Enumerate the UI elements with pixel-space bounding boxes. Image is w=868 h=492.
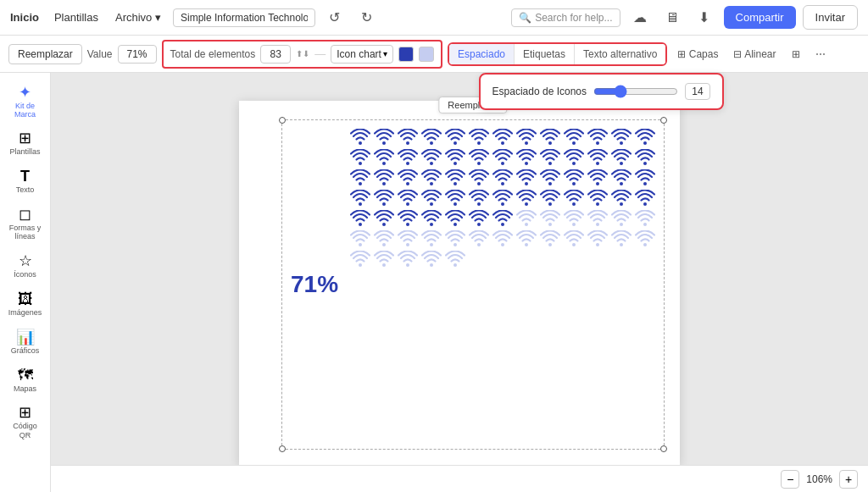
wifi-icon-cell: [398, 169, 418, 186]
svg-point-7: [525, 141, 528, 145]
svg-point-47: [548, 202, 552, 206]
wifi-icon-cell: [540, 169, 560, 186]
zoom-bar: − 106% +: [51, 465, 868, 492]
svg-point-62: [596, 223, 599, 226]
undo-button[interactable]: ↺: [322, 5, 348, 30]
wifi-icon-cell: [374, 190, 394, 207]
nav-archivo[interactable]: Archivo ▾: [110, 8, 166, 27]
tab-etiquetas[interactable]: Etiquetas: [515, 44, 575, 64]
svg-point-82: [453, 263, 457, 267]
wifi-icon-cell: [564, 230, 584, 247]
invite-button[interactable]: Invitar: [803, 5, 858, 30]
dots-button[interactable]: ⋯: [810, 45, 831, 64]
svg-point-41: [406, 202, 409, 206]
wifi-icon-cell: [635, 230, 655, 247]
wifi-icon-cell: [635, 190, 655, 207]
sidebar-item-formas[interactable]: ◻ Formas ylíneas: [3, 202, 47, 247]
value-input[interactable]: [118, 45, 157, 64]
svg-point-80: [406, 263, 409, 267]
sidebar-item-graficos[interactable]: 📊 Gráficos: [3, 324, 47, 361]
tab-espaciado[interactable]: Espaciado: [449, 44, 515, 64]
wifi-icon-cell: [421, 251, 442, 268]
wifi-icon-cell: [635, 169, 655, 186]
wifi-icon-cell: [587, 129, 608, 146]
nav-title-input[interactable]: [173, 8, 315, 27]
toolbar: Reemplazar Value Total de elementos ⬆⬇ —…: [0, 36, 868, 73]
canvas-area: Reemplazar 71%: [51, 73, 868, 492]
wifi-icon-cell: [374, 251, 394, 268]
sidebar-item-texto[interactable]: T Texto: [3, 163, 47, 200]
color-swatch-filled[interactable]: [398, 47, 414, 62]
wifi-icon-grid: [350, 129, 655, 440]
sidebar-item-codigo-qr[interactable]: ⊞ Código QR: [3, 400, 47, 445]
replace-button[interactable]: Reemplazar: [8, 44, 82, 64]
wifi-icon-cell: [516, 210, 537, 227]
zoom-minus-button[interactable]: −: [781, 470, 799, 489]
download-icon-btn[interactable]: ⬇: [692, 5, 717, 30]
alinear-button[interactable]: ⊟ Alinear: [728, 45, 781, 64]
svg-point-16: [430, 162, 433, 165]
svg-point-69: [453, 243, 457, 246]
wifi-icon-cell: [635, 210, 655, 227]
svg-point-26: [359, 182, 362, 185]
cloud-icon-btn[interactable]: ☁: [627, 5, 653, 30]
handle-br[interactable]: [660, 445, 667, 452]
svg-point-5: [477, 141, 481, 145]
sidebar-item-iconos[interactable]: ☆ Íconos: [3, 248, 47, 285]
texto-icon: T: [20, 169, 30, 184]
sidebar-item-imagenes[interactable]: 🖼 Imágenes: [3, 286, 47, 323]
wifi-icon-cell: [492, 149, 513, 166]
spacing-value-input[interactable]: [685, 83, 710, 100]
svg-point-31: [477, 182, 481, 185]
handle-tr[interactable]: [660, 117, 667, 124]
svg-point-17: [453, 162, 457, 165]
svg-point-45: [501, 202, 504, 206]
svg-point-15: [406, 162, 409, 165]
total-arrows[interactable]: ⬆⬇: [296, 49, 309, 58]
svg-point-0: [359, 141, 362, 145]
tab-group: Espaciado Etiquetas Texto alternativo: [448, 42, 667, 66]
wifi-icon-cell: [492, 210, 513, 227]
sidebar-item-mapas[interactable]: 🗺 Mapas: [3, 362, 47, 399]
svg-point-12: [643, 141, 647, 145]
nav-search[interactable]: 🔍 Search for help...: [511, 8, 620, 27]
svg-point-67: [406, 243, 409, 246]
wifi-icon-cell: [516, 230, 537, 247]
monitor-icon-btn[interactable]: 🖥: [659, 5, 685, 30]
svg-point-75: [596, 243, 599, 246]
sidebar-item-plantillas[interactable]: ⊞ Plantillas: [3, 125, 47, 162]
capas-button[interactable]: ⊞ Capas: [672, 45, 723, 64]
share-button[interactable]: Compartir: [724, 6, 796, 29]
color-swatch-empty[interactable]: [419, 47, 434, 62]
nav-inicio[interactable]: Inicio: [10, 11, 39, 24]
svg-point-14: [382, 162, 386, 165]
total-value-input[interactable]: [260, 45, 291, 64]
wifi-icon-cell: [492, 230, 513, 247]
zoom-plus-button[interactable]: +: [839, 470, 858, 489]
handle-bl[interactable]: [279, 445, 286, 452]
spacing-slider[interactable]: [593, 85, 678, 98]
icon-chart-select[interactable]: Icon chart ▾: [331, 45, 393, 64]
svg-point-50: [620, 202, 623, 206]
wifi-icon-cell: [587, 190, 608, 207]
wifi-icon-cell: [374, 149, 394, 166]
icon-chart-label: Icon chart: [337, 48, 381, 60]
redo-button[interactable]: ↻: [354, 5, 380, 30]
svg-point-72: [525, 243, 528, 246]
wifi-icon-cell: [398, 190, 418, 207]
chart-container[interactable]: Reemplazar 71%: [281, 119, 665, 450]
sidebar-item-kit-marca[interactable]: ✦ Kit de Marca: [3, 80, 47, 124]
grid-view-button[interactable]: ⊞: [787, 45, 805, 64]
wifi-icon-cell: [350, 190, 370, 207]
svg-point-13: [359, 162, 362, 165]
canvas-white: Reemplazar 71%: [239, 101, 680, 465]
nav-plantillas[interactable]: Plantillas: [49, 8, 103, 27]
svg-point-48: [572, 202, 576, 206]
tab-texto-alt[interactable]: Texto alternativo: [575, 44, 665, 64]
svg-point-6: [501, 141, 504, 145]
wifi-icon-cell: [398, 230, 418, 247]
handle-tl[interactable]: [279, 117, 286, 124]
svg-point-35: [572, 182, 576, 185]
wifi-icon-cell: [516, 169, 537, 186]
wifi-icon-cell: [469, 230, 489, 247]
